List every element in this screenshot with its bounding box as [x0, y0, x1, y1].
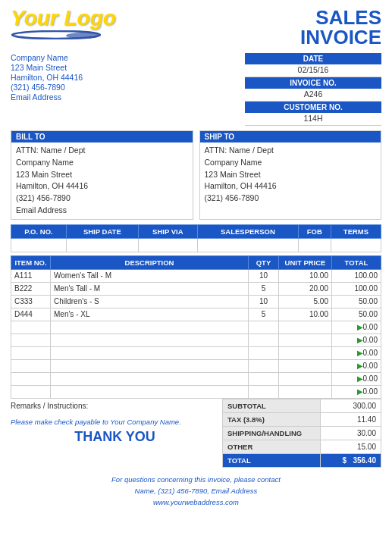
unit-price-cell: 5.00: [279, 295, 332, 308]
header-section: Your Logo SALES INVOICE: [11, 8, 381, 47]
unit-price-cell: 20.00: [279, 282, 332, 295]
table-row: ▶0.00: [11, 385, 381, 398]
company-email: Email Address: [11, 92, 83, 102]
table-row: A111 Women's Tall - M 10 10.00 100.00: [11, 269, 381, 282]
total-cell: ▶0.00: [332, 321, 381, 333]
fob-cell: [298, 238, 331, 252]
logo-area: Your Logo: [11, 8, 116, 39]
qty-cell: 10: [249, 295, 279, 308]
unit-price-cell: [279, 333, 332, 346]
qty-cell: [249, 359, 279, 372]
item-no-cell: D444: [11, 308, 51, 321]
description-cell: [51, 372, 249, 385]
company-city: Hamilton, OH 44416: [11, 73, 83, 82]
other-row: OTHER 15.00: [223, 440, 381, 453]
bill-to-box: BILL TO ATTN: Name / Dept Company Name 1…: [11, 130, 193, 220]
terms-header: TERMS: [331, 224, 381, 238]
bill-to-line2: Company Name: [16, 157, 188, 169]
website: www.yourwebaddress.com: [11, 496, 381, 508]
invoice-title-area: SALES INVOICE: [300, 8, 381, 47]
bill-to-line6: Email Address: [16, 205, 188, 217]
item-no-header: ITEM NO.: [11, 255, 51, 269]
ship-to-line1: ATTN: Name / Dept: [205, 145, 377, 157]
item-no-cell: [11, 372, 51, 385]
ship-to-line3: 123 Main Street: [205, 169, 377, 181]
bill-to-line3: 123 Main Street: [16, 169, 188, 181]
description-cell: [51, 333, 249, 346]
total-cell: ▶0.00: [332, 346, 381, 359]
sales-label: SALES: [300, 8, 381, 27]
item-no-cell: [11, 321, 51, 333]
invoice-label: INVOICE: [300, 27, 381, 47]
address-section: BILL TO ATTN: Name / Dept Company Name 1…: [11, 130, 381, 220]
thank-you-text: THANK YOU: [11, 429, 219, 445]
subtotal-value: 300.00: [320, 399, 381, 412]
invoice-page: Your Logo SALES INVOICE Company Name 123…: [0, 0, 392, 515]
item-no-cell: [11, 385, 51, 398]
description-cell: Men's Tall - M: [51, 282, 249, 295]
unit-price-cell: 10.00: [279, 308, 332, 321]
totals-table: SUBTOTAL 300.00 TAX (3.8%) 11.40 SHIPPIN…: [222, 399, 381, 468]
po-table: P.O. NO. SHIP DATE SHIP VIA SALESPERSON …: [11, 224, 381, 252]
description-cell: [51, 359, 249, 372]
salesperson-header: SALESPERSON: [198, 224, 299, 238]
unit-price-cell: [279, 359, 332, 372]
total-amount: 356.40: [353, 456, 376, 465]
unit-price-header: UNIT PRICE: [279, 255, 332, 269]
shipping-label: SHIPPING/HANDLING: [223, 426, 321, 440]
description-cell: [51, 346, 249, 359]
table-row: ▶0.00: [11, 372, 381, 385]
po-no-cell: [11, 238, 67, 252]
qty-cell: 5: [249, 308, 279, 321]
item-no-cell: [11, 346, 51, 359]
unit-price-cell: 10.00: [279, 269, 332, 282]
items-tbody: A111 Women's Tall - M 10 10.00 100.00 B2…: [11, 269, 381, 398]
shipping-value: 30.00: [320, 426, 381, 440]
terms-cell: [331, 238, 381, 252]
unit-price-cell: [279, 321, 332, 333]
logo-text: Your Logo: [11, 8, 116, 29]
subtotal-row: SUBTOTAL 300.00: [223, 399, 381, 412]
bottom-section: Remarks / Instructions: Please make chec…: [11, 399, 381, 468]
po-no-header: P.O. NO.: [11, 224, 67, 238]
svg-point-1: [66, 33, 99, 39]
total-header: TOTAL: [332, 255, 381, 269]
total-cell: ▶0.00: [332, 372, 381, 385]
bill-to-header: BILL TO: [11, 131, 193, 142]
company-info: Company Name 123 Main Street Hamilton, O…: [11, 53, 83, 126]
item-no-cell: [11, 359, 51, 372]
ship-to-body: ATTN: Name / Dept Company Name 123 Main …: [200, 142, 381, 207]
invoice-no-value: A246: [245, 89, 381, 102]
table-row: ▶0.00: [11, 321, 381, 333]
qty-cell: [249, 333, 279, 346]
tax-label: TAX (3.8%): [223, 412, 321, 426]
total-cell: ▶0.00: [332, 385, 381, 398]
remarks-section: Remarks / Instructions: Please make chec…: [11, 399, 222, 468]
total-value: $ 356.40: [320, 453, 381, 467]
subtotal-label: SUBTOTAL: [223, 399, 321, 412]
ship-date-header: SHIP DATE: [67, 224, 139, 238]
items-table: ITEM NO. DESCRIPTION QTY UNIT PRICE TOTA…: [11, 255, 381, 399]
item-no-cell: C333: [11, 295, 51, 308]
shipping-row: SHIPPING/HANDLING 30.00: [223, 426, 381, 440]
table-row: ▶0.00: [11, 333, 381, 346]
item-no-cell: B222: [11, 282, 51, 295]
description-header: DESCRIPTION: [51, 255, 249, 269]
fob-header: FOB: [298, 224, 331, 238]
check-payable-text: Please make check payable to Your Compan…: [11, 418, 219, 426]
tax-row: TAX (3.8%) 11.40: [223, 412, 381, 426]
unit-price-cell: [279, 385, 332, 398]
other-value: 15.00: [320, 440, 381, 453]
unit-price-cell: [279, 372, 332, 385]
company-name: Company Name: [11, 53, 83, 62]
ship-to-line5: (321) 456-7890: [205, 193, 377, 205]
invoice-no-label: INVOICE NO.: [245, 77, 381, 89]
bill-to-body: ATTN: Name / Dept Company Name 123 Main …: [11, 142, 193, 219]
tax-value: 11.40: [320, 412, 381, 426]
thank-you-area: Please make check payable to Your Compan…: [11, 418, 219, 445]
salesperson-cell: [198, 238, 299, 252]
po-row: [11, 238, 381, 252]
table-row: B222 Men's Tall - M 5 20.00 100.00: [11, 282, 381, 295]
contact-info: Name, (321) 456-7890, Email Address: [11, 485, 381, 496]
qty-cell: [249, 346, 279, 359]
